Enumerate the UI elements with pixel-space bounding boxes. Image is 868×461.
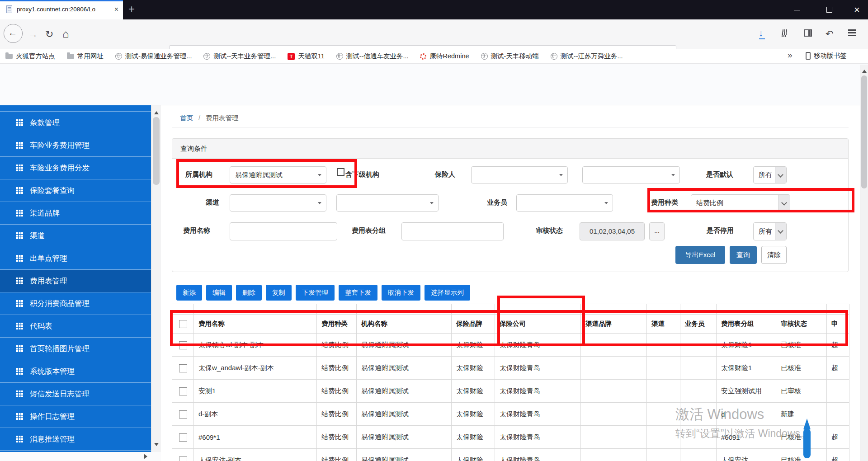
salesman-select[interactable]: [516, 194, 613, 212]
table-row[interactable]: d-副本结费比例易保通附属测试太保财险太保财险青岛d新建: [172, 403, 849, 426]
search-button[interactable]: 查询: [730, 246, 757, 264]
table-row[interactable]: #609*1结费比例易保通附属测试太保财险太保财险青岛#6091已核准超: [172, 426, 849, 449]
sidebar-item[interactable]: 条款管理: [0, 112, 151, 134]
bookmark-item[interactable]: 测试--江苏万舜业务...: [551, 52, 623, 61]
fee-group-input[interactable]: [401, 222, 504, 240]
action-button[interactable]: 复制: [266, 285, 292, 301]
insurer-select-2[interactable]: [582, 166, 680, 183]
sidebar-item[interactable]: 保险品牌: [0, 105, 151, 112]
breadcrumb-home-link[interactable]: 首页: [180, 114, 193, 122]
sidebar-vertical-scrollbar[interactable]: [151, 105, 161, 452]
sidebar-horizontal-scrollbar[interactable]: [0, 452, 161, 461]
audit-more-button[interactable]: ...: [649, 222, 665, 240]
home-icon[interactable]: ⌂: [62, 28, 69, 40]
header-checkbox-cell[interactable]: [172, 315, 194, 334]
column-header[interactable]: 渠道: [647, 315, 680, 334]
default-select[interactable]: 所有: [753, 166, 787, 183]
table-row[interactable]: 安测1结费比例易保通附属测试太保财险太保财险青岛安立强测试用已审核: [172, 380, 849, 403]
table-row[interactable]: 太保w_andawl-副本-副本结费比例易保通附属测试太保财险太保财险青岛太保财…: [172, 357, 849, 380]
scrollbar-thumb[interactable]: [861, 75, 867, 188]
export-excel-button[interactable]: 导出Excel: [675, 246, 725, 264]
column-header[interactable]: 渠道品牌: [581, 315, 647, 334]
row-checkbox[interactable]: [179, 433, 187, 442]
action-button[interactable]: 取消下发: [382, 285, 420, 301]
column-header[interactable]: 业务员: [680, 315, 717, 334]
sidebar-item[interactable]: 代码表: [0, 315, 151, 338]
row-checkbox-cell[interactable]: [172, 403, 194, 426]
tab-close-icon[interactable]: ×: [114, 5, 118, 14]
fee-type-select[interactable]: 结费比例: [691, 194, 790, 212]
action-button[interactable]: 编辑: [206, 285, 232, 301]
fee-name-input[interactable]: [230, 222, 337, 240]
new-tab-button[interactable]: +: [128, 3, 135, 15]
row-checkbox-cell[interactable]: [172, 449, 194, 461]
sidebar-item[interactable]: 渠道品牌: [0, 202, 151, 225]
scroll-up-icon[interactable]: [154, 109, 159, 114]
window-close-button[interactable]: [847, 0, 868, 19]
column-header[interactable]: 申: [827, 315, 849, 334]
select-all-checkbox[interactable]: [179, 320, 187, 328]
scroll-up-icon[interactable]: [862, 67, 867, 73]
column-header[interactable]: 费用种类: [317, 315, 357, 334]
action-button[interactable]: 整套下发: [339, 285, 377, 301]
bookmark-item[interactable]: 测试-天丰移动端: [481, 52, 539, 61]
forward-icon[interactable]: →: [28, 28, 38, 40]
sidebar-item[interactable]: 渠道: [0, 225, 151, 247]
mobile-bookmarks[interactable]: 移动版书签: [806, 52, 847, 60]
column-header[interactable]: 机构名称: [357, 315, 452, 334]
bookmark-item[interactable]: 常用网址: [67, 52, 104, 61]
row-checkbox[interactable]: [179, 387, 187, 395]
action-button[interactable]: 删除: [236, 285, 262, 301]
sidebar-item[interactable]: 出单点管理: [0, 247, 151, 270]
bookmark-item[interactable]: 火狐官方站点: [5, 52, 55, 61]
bookmark-item[interactable]: 康特Redmine: [420, 52, 469, 61]
undo-icon[interactable]: ↶: [826, 28, 834, 39]
action-button[interactable]: 下发管理: [296, 285, 335, 301]
row-checkbox-cell[interactable]: [172, 380, 194, 403]
sidebar-item[interactable]: 保险套餐查询: [0, 179, 151, 202]
window-minimize-button[interactable]: [787, 0, 807, 19]
column-header[interactable]: 保险品牌: [452, 315, 495, 334]
sidebar-item[interactable]: 费用表管理: [0, 270, 151, 292]
sidebar-item[interactable]: 车险业务费用管理: [0, 134, 151, 157]
sidebars-icon[interactable]: [804, 29, 812, 37]
column-header[interactable]: 保险公司: [495, 315, 581, 334]
row-checkbox[interactable]: [179, 364, 187, 372]
page-scrollbar[interactable]: [860, 65, 868, 461]
menu-icon[interactable]: [848, 29, 856, 31]
downloads-icon[interactable]: ↓: [759, 28, 763, 38]
window-maximize-button[interactable]: [819, 0, 840, 19]
insurer-select-1[interactable]: [471, 166, 568, 183]
bookmark-item[interactable]: 测试-易保通业务管理...: [115, 52, 192, 61]
sidebar-item[interactable]: 系统版本管理: [0, 360, 151, 383]
sidebar-item[interactable]: 操作日志管理: [0, 405, 151, 428]
column-header[interactable]: 费用名称: [194, 315, 317, 334]
channel-select-1[interactable]: [230, 194, 326, 212]
include-sub-checkbox[interactable]: [337, 168, 344, 176]
sidebar-item[interactable]: 消息推送管理: [0, 428, 151, 451]
table-row[interactable]: 太保安达-副本结费比例易保通附属测试太保财险太保财险青岛太保安达已核准超: [172, 449, 849, 461]
action-button[interactable]: 选择显示列: [425, 285, 470, 301]
org-select[interactable]: 易保通附属测试: [230, 166, 326, 183]
bookmarks-overflow-chevron-icon[interactable]: »: [788, 50, 793, 60]
scroll-right-icon[interactable]: [144, 454, 150, 459]
browser-tab[interactable]: proxy1.countnet.cn:20806/Lo ×: [0, 0, 123, 19]
bookmark-item[interactable]: T 天猫双11: [288, 52, 325, 61]
row-checkbox[interactable]: [179, 341, 187, 349]
column-header[interactable]: 审核状态: [776, 315, 827, 334]
scrollbar-thumb[interactable]: [153, 117, 160, 185]
library-icon[interactable]: [782, 29, 789, 38]
scroll-down-icon[interactable]: [154, 443, 159, 448]
row-checkbox-cell[interactable]: [172, 426, 194, 449]
table-row[interactable]: 太保核心wl-副本-副本结费比例易保通附属测试太保财险太保财险青岛太保财险1已核…: [172, 334, 849, 357]
row-checkbox-cell[interactable]: [172, 334, 194, 357]
row-checkbox[interactable]: [179, 456, 187, 461]
sidebar-item[interactable]: 首页轮播图片管理: [0, 338, 151, 360]
sidebar-item[interactable]: 车险业务费用分发: [0, 157, 151, 179]
bookmark-item[interactable]: 测试--信通车友业务...: [336, 52, 409, 61]
action-button[interactable]: 新添: [176, 285, 202, 301]
clear-button[interactable]: 清除: [761, 246, 787, 264]
bookmark-item[interactable]: 测试--天丰业务管理...: [203, 52, 276, 61]
channel-select-2[interactable]: [336, 194, 439, 212]
sidebar-item[interactable]: 短信发送日志管理: [0, 383, 151, 405]
